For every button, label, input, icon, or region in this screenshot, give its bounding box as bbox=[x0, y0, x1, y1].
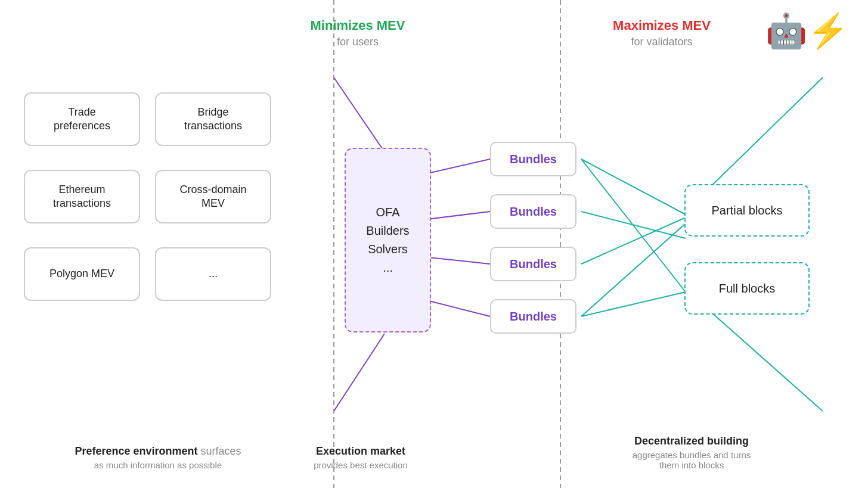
execution-market-label: Execution market provides best execution bbox=[289, 445, 432, 470]
pref-env-surfaces: surfaces bbox=[201, 445, 241, 457]
polygon-mev-box: Polygon MEV bbox=[24, 247, 140, 301]
maximizes-mev-text: Maximizes MEV bbox=[578, 18, 745, 33]
minimizes-mev-text: Minimizes MEV bbox=[286, 18, 429, 33]
full-blocks-box: Full blocks bbox=[684, 262, 810, 315]
svg-line-8 bbox=[581, 159, 686, 292]
partial-blocks-box: Partial blocks bbox=[684, 184, 810, 237]
decentral-build-sub: aggregates bundles and turnsthem into bl… bbox=[578, 450, 805, 470]
svg-line-11 bbox=[581, 292, 686, 316]
solvers-label: Solvers bbox=[368, 243, 408, 256]
maximizes-sub-text: for validators bbox=[578, 36, 745, 48]
svg-line-12 bbox=[581, 159, 686, 215]
minimizes-mev-label: Minimizes MEV for users bbox=[286, 18, 429, 48]
svg-line-9 bbox=[581, 212, 686, 238]
preference-env-label: Preference environment surfaces as much … bbox=[12, 445, 304, 470]
svg-line-2 bbox=[334, 77, 385, 152]
exec-market-sub: provides best execution bbox=[289, 460, 432, 470]
ofa-label: OFA bbox=[376, 206, 399, 219]
bundle-box-4: Bundles bbox=[490, 299, 576, 334]
bundle-box-2: Bundles bbox=[490, 194, 576, 229]
cross-domain-mev-box: Cross-domainMEV bbox=[155, 170, 271, 223]
bundle-box-3: Bundles bbox=[490, 247, 576, 281]
robot-icon: 🤖⚡ bbox=[765, 14, 849, 48]
ethereum-transactions-box: Ethereumtransactions bbox=[24, 170, 140, 223]
bridge-transactions-box: Bridgetransactions bbox=[155, 92, 271, 146]
ellipsis-box: ... bbox=[155, 247, 271, 301]
maximizes-mev-label: Maximizes MEV for validators bbox=[578, 18, 745, 48]
trade-preferences-box: Tradepreferences bbox=[24, 92, 140, 146]
decentral-build-main: Decentralized building bbox=[578, 435, 805, 447]
svg-line-10 bbox=[581, 217, 686, 264]
decentralized-building-label: Decentralized building aggregates bundle… bbox=[578, 435, 805, 470]
builders-label: Builders bbox=[366, 224, 409, 238]
exec-market-main: Execution market bbox=[289, 445, 432, 458]
pref-env-main: Preference environment bbox=[75, 445, 197, 457]
execution-group: OFA Builders Solvers ... bbox=[345, 148, 431, 332]
exec-ellipsis-label: ... bbox=[383, 261, 393, 275]
bundle-box-1: Bundles bbox=[490, 142, 576, 176]
pref-env-sub: as much information as possible bbox=[12, 460, 304, 470]
svg-line-7 bbox=[334, 334, 385, 411]
svg-line-13 bbox=[581, 223, 686, 316]
minimizes-sub-text: for users bbox=[286, 36, 429, 48]
